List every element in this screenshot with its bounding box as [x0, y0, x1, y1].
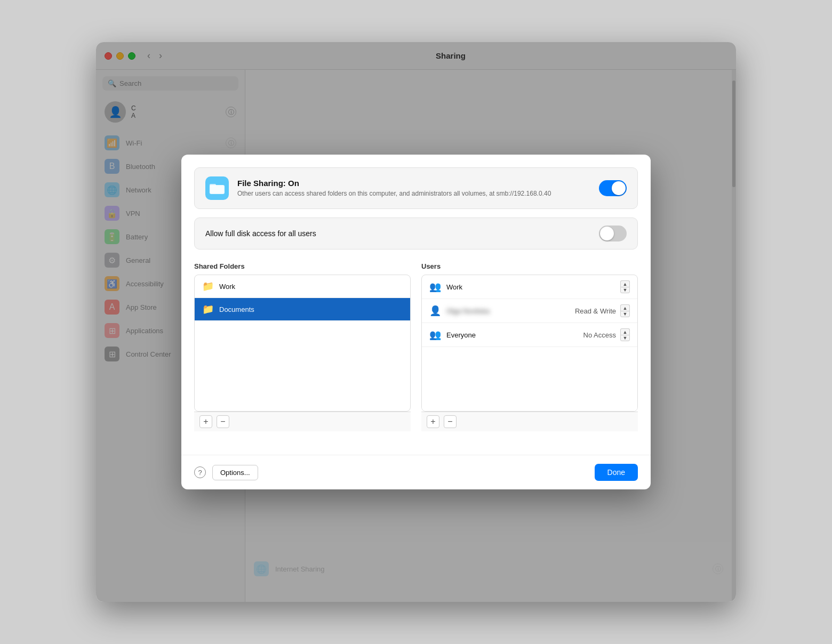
user-icon-olga: 👤: [429, 305, 441, 317]
user-item-work[interactable]: 👥 Work ▲ ▼: [422, 275, 637, 299]
group-icon-everyone: 👥: [429, 329, 441, 341]
disk-access-toggle-knob: [600, 227, 614, 240]
options-button[interactable]: Options...: [212, 465, 258, 480]
stepper-down[interactable]: ▼: [620, 335, 630, 341]
users-header: Users: [421, 262, 638, 270]
remove-folder-button[interactable]: −: [217, 415, 229, 428]
folder-icon: 📁: [202, 280, 214, 292]
user-permission-olga: Read & Write: [575, 307, 616, 315]
stepper-up[interactable]: ▲: [620, 304, 630, 311]
folder-icon-selected: 📁: [202, 303, 214, 315]
users-list-spacer: [422, 347, 637, 411]
modal-overlay: File Sharing: On Other users can access …: [96, 70, 736, 602]
toggle-knob: [612, 181, 626, 195]
file-sharing-info: File Sharing: On Other users can access …: [237, 179, 590, 198]
shared-folders-header: Shared Folders: [194, 262, 411, 270]
user-permission-stepper-work[interactable]: ▲ ▼: [620, 280, 630, 293]
modal-body: File Sharing: On Other users can access …: [181, 155, 651, 455]
add-folder-button[interactable]: +: [199, 415, 212, 428]
file-sharing-toggle[interactable]: [599, 180, 627, 196]
user-name-everyone: Everyone: [446, 331, 583, 339]
modal-dialog: File Sharing: On Other users can access …: [181, 155, 651, 489]
user-permission-stepper-olga[interactable]: ▲ ▼: [620, 304, 630, 317]
user-permission-everyone: No Access: [583, 331, 616, 339]
disk-access-toggle[interactable]: [599, 226, 627, 241]
done-button[interactable]: Done: [595, 464, 638, 481]
file-sharing-icon: [205, 176, 229, 200]
mac-window: ‹ › Sharing 🔍 Search 👤 C A ⓘ 📶: [96, 42, 736, 602]
shared-folders-toolbar: + −: [194, 412, 411, 431]
help-button[interactable]: ?: [194, 466, 206, 478]
window-body: 🔍 Search 👤 C A ⓘ 📶 Wi-Fi ⓘ B: [96, 70, 736, 602]
file-sharing-desc: Other users can access shared folders on…: [237, 189, 590, 198]
shared-folders-list: 📁 Work 📁 Documents: [194, 275, 411, 412]
stepper-up[interactable]: ▲: [620, 280, 630, 287]
user-item-everyone[interactable]: 👥 Everyone No Access ▲ ▼: [422, 323, 637, 347]
stepper-up[interactable]: ▲: [620, 328, 630, 335]
users-col: Users 👥 Work ▲ ▼: [421, 262, 638, 431]
disk-access-label: Allow full disk access for all users: [205, 229, 316, 238]
user-permission-stepper-everyone[interactable]: ▲ ▼: [620, 328, 630, 341]
file-sharing-title: File Sharing: On: [237, 179, 590, 188]
user-name-olga: Olga Novitska: [446, 307, 575, 315]
group-icon-work: 👥: [429, 281, 441, 293]
stepper-down[interactable]: ▼: [620, 287, 630, 293]
folder-name-documents: Documents: [219, 305, 254, 313]
users-list: 👥 Work ▲ ▼ 👤 Ol: [421, 275, 638, 412]
disk-access-row: Allow full disk access for all users: [194, 218, 638, 249]
svg-rect-2: [211, 186, 223, 193]
modal-footer: ? Options... Done: [181, 455, 651, 489]
shared-folders-col: Shared Folders 📁 Work 📁 Documents: [194, 262, 411, 431]
add-user-button[interactable]: +: [427, 415, 439, 428]
folder-name-work: Work: [219, 283, 235, 291]
user-name-work: Work: [446, 283, 620, 291]
two-col-section: Shared Folders 📁 Work 📁 Documents: [194, 262, 638, 431]
user-item-olga[interactable]: 👤 Olga Novitska Read & Write ▲ ▼: [422, 299, 637, 323]
folder-list-spacer: [195, 321, 410, 385]
stepper-down[interactable]: ▼: [620, 311, 630, 317]
folder-item-work[interactable]: 📁 Work: [195, 275, 410, 298]
remove-user-button[interactable]: −: [444, 415, 457, 428]
folder-item-documents[interactable]: 📁 Documents: [195, 298, 410, 321]
file-sharing-header: File Sharing: On Other users can access …: [194, 167, 638, 209]
users-toolbar: + −: [421, 412, 638, 431]
